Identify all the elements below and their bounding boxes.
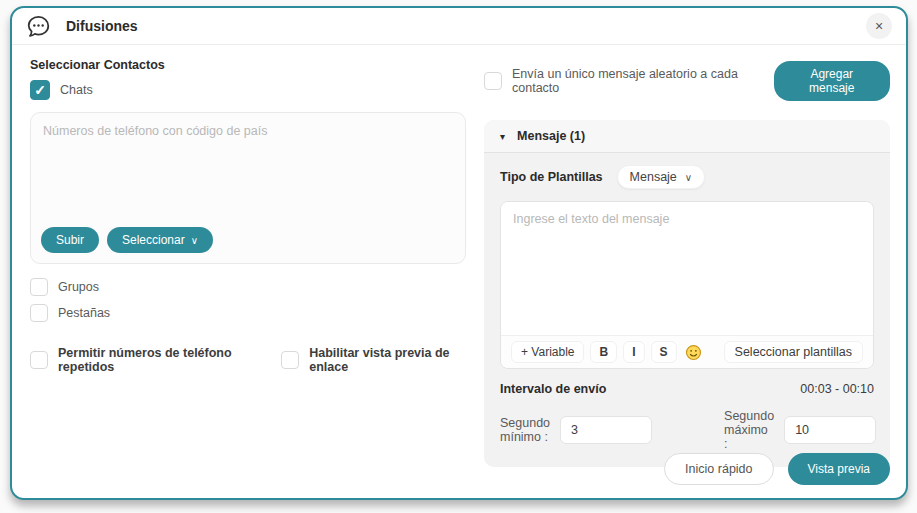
message-column: Envía un único mensaje aleatorio a cada … <box>484 58 890 467</box>
link-preview-row[interactable]: Habilitar vista previa de enlace <box>281 346 466 374</box>
add-variable-button[interactable]: + Variable <box>511 341 584 363</box>
select-dropdown-button[interactable]: Seleccionar ∨ <box>107 227 213 253</box>
dialog-header: Difusiones × <box>12 8 906 45</box>
phone-numbers-input[interactable] <box>31 113 465 227</box>
chevron-down-icon: ∨ <box>191 235 198 246</box>
tabs-checkbox-row[interactable]: Pestañas <box>30 304 466 322</box>
template-type-label: Tipo de Plantillas <box>500 170 603 184</box>
add-message-button[interactable]: Agregar mensaje <box>774 61 890 101</box>
link-preview-checkbox[interactable] <box>281 351 299 369</box>
chat-bubble-icon <box>26 14 51 39</box>
upload-button-label: Subir <box>56 233 84 247</box>
strikethrough-button[interactable]: S <box>651 341 677 363</box>
seconds-row: Segundo mínimo : Segundo máximo : <box>500 409 874 451</box>
chats-checkbox-row[interactable]: ✓ Chats <box>30 80 466 100</box>
options-row: Permitir números de teléfono repetidos H… <box>30 346 466 374</box>
contacts-column: Seleccionar Contactos ✓ Chats Subir Sele… <box>30 58 466 467</box>
tabs-checkbox[interactable] <box>30 304 48 322</box>
random-message-row: Envía un único mensaje aleatorio a cada … <box>484 61 890 101</box>
interval-label: Intervalo de envío <box>500 382 606 396</box>
select-button-label: Seleccionar <box>122 233 185 247</box>
template-type-select[interactable]: Mensaje ∨ <box>617 165 706 189</box>
dialog-content: Seleccionar Contactos ✓ Chats Subir Sele… <box>12 45 906 467</box>
select-contacts-label: Seleccionar Contactos <box>30 58 466 72</box>
allow-repeated-label: Permitir números de teléfono repetidos <box>58 346 259 374</box>
allow-repeated-row[interactable]: Permitir números de teléfono repetidos <box>30 346 259 374</box>
upload-button[interactable]: Subir <box>41 227 99 253</box>
select-templates-button[interactable]: Seleccionar plantillas <box>724 341 863 363</box>
chevron-down-icon: ∨ <box>685 172 692 183</box>
min-seconds-input[interactable] <box>560 416 652 444</box>
groups-checkbox[interactable] <box>30 278 48 296</box>
dialog-footer: Inicio rápido Vista previa <box>664 453 890 485</box>
chats-checkbox-label: Chats <box>60 83 93 97</box>
difusiones-dialog: Difusiones × Seleccionar Contactos ✓ Cha… <box>10 6 908 500</box>
italic-button[interactable]: I <box>623 341 644 363</box>
interval-row: Intervalo de envío 00:03 - 00:10 <box>500 382 874 396</box>
message-toolbar: + Variable B I S <box>501 335 873 368</box>
groups-checkbox-row[interactable]: Grupos <box>30 278 466 296</box>
message-panel: ▾ Mensaje (1) Tipo de Plantillas Mensaje… <box>484 120 890 467</box>
link-preview-label: Habilitar vista previa de enlace <box>309 346 466 374</box>
max-seconds-label: Segundo máximo : <box>724 409 774 451</box>
preview-button[interactable]: Vista previa <box>788 453 890 485</box>
message-panel-header[interactable]: ▾ Mensaje (1) <box>484 120 890 153</box>
add-message-button-label: Agregar mensaje <box>789 67 875 95</box>
message-panel-body: Tipo de Plantillas Mensaje ∨ + Variable … <box>484 153 890 467</box>
min-seconds-label: Segundo mínimo : <box>500 416 550 444</box>
emoji-picker-button[interactable] <box>683 344 704 361</box>
message-editor: + Variable B I S <box>500 201 874 369</box>
check-icon: ✓ <box>34 83 46 97</box>
message-text-input[interactable] <box>501 202 873 335</box>
allow-repeated-checkbox[interactable] <box>30 351 48 369</box>
chats-checkbox[interactable]: ✓ <box>30 80 50 100</box>
message-panel-title: Mensaje (1) <box>517 129 585 143</box>
template-type-row: Tipo de Plantillas Mensaje ∨ <box>500 165 874 189</box>
close-icon[interactable]: × <box>866 13 892 39</box>
smiley-icon <box>685 344 702 361</box>
groups-checkbox-label: Grupos <box>58 280 99 294</box>
max-seconds-input[interactable] <box>784 416 876 444</box>
template-type-value: Mensaje <box>630 170 677 184</box>
interval-value: 00:03 - 00:10 <box>800 382 874 396</box>
quick-start-button[interactable]: Inicio rápido <box>664 453 773 485</box>
phone-numbers-box: Subir Seleccionar ∨ <box>30 112 466 264</box>
random-message-checkbox[interactable] <box>484 72 502 90</box>
bold-button[interactable]: B <box>590 341 617 363</box>
random-message-label: Envía un único mensaje aleatorio a cada … <box>512 67 774 95</box>
tabs-checkbox-label: Pestañas <box>58 306 110 320</box>
dialog-title: Difusiones <box>66 18 138 34</box>
collapse-triangle-icon: ▾ <box>500 131 505 142</box>
phone-actions: Subir Seleccionar ∨ <box>31 227 465 263</box>
